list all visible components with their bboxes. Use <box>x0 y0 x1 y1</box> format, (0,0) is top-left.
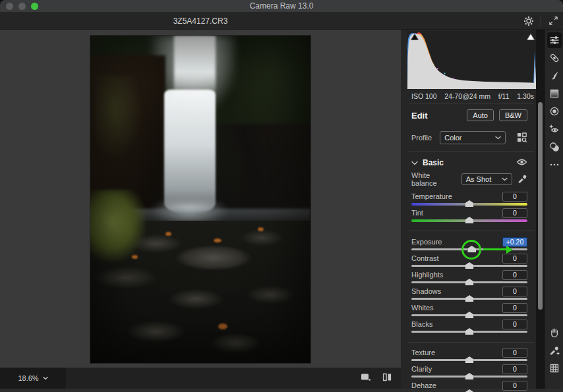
panel-scrollbar-track[interactable] <box>536 30 545 389</box>
exposure-slider-row: Exposure +0.20 <box>411 237 527 253</box>
dehaze-value-field[interactable]: 0 <box>502 381 527 391</box>
zoom-level-control[interactable]: 18.6% <box>0 368 66 389</box>
histogram[interactable] <box>407 31 538 89</box>
healing-brush-tool[interactable] <box>547 53 562 63</box>
whites-value-field[interactable]: 0 <box>502 303 527 313</box>
hand-tool[interactable] <box>547 327 562 338</box>
contrast-label: Contrast <box>411 254 439 262</box>
tint-value-field[interactable]: 0 <box>502 208 527 218</box>
highlights-label: Highlights <box>411 271 443 279</box>
tool-strip <box>545 30 563 389</box>
whites-label: Whites <box>411 304 434 312</box>
basic-section-title[interactable]: Basic <box>423 158 512 167</box>
white-balance-value: As Shot <box>466 175 492 183</box>
single-view-icon[interactable] <box>360 372 371 385</box>
temperature-label: Temperature <box>411 192 452 200</box>
bw-button[interactable]: B&W <box>499 109 527 121</box>
lens-value: 24-70@24 mm <box>444 92 490 100</box>
clarity-value-field[interactable]: 0 <box>502 364 527 374</box>
blacks-value-field[interactable]: 0 <box>502 320 527 329</box>
tutorial-arrow-line <box>483 248 507 251</box>
edit-panel: ISO 100 24-70@24 mm f/11 1.30s Edit Auto… <box>401 30 545 389</box>
profile-dropdown[interactable]: Color <box>440 131 506 144</box>
highlight-clipping-triangle-icon[interactable] <box>526 33 535 41</box>
topbar-divider <box>541 16 541 26</box>
brush-tool[interactable] <box>547 70 562 81</box>
temperature-slider-row: Temperature 0 <box>411 191 527 208</box>
photo-vignette <box>90 36 311 363</box>
divider <box>409 342 534 343</box>
settings-gear-icon[interactable] <box>521 14 536 28</box>
radial-filter-tool[interactable] <box>547 106 562 117</box>
edit-panel-title: Edit <box>411 111 461 121</box>
clarity-slider-row: Clarity 0 <box>411 364 527 380</box>
sampler-eyedropper-tool[interactable] <box>547 345 562 356</box>
shadow-clipping-triangle-icon[interactable] <box>410 33 419 41</box>
shadows-slider-row: Shadows 0 <box>411 286 527 302</box>
tint-slider-row: Tint 0 <box>411 208 527 224</box>
clarity-label: Clarity <box>411 365 432 373</box>
tutorial-arrow-head <box>506 246 513 254</box>
dehaze-slider-row: Dehaze 0 <box>411 380 527 392</box>
highlights-slider-row: Highlights 0 <box>411 269 527 286</box>
profile-value: Color <box>444 134 461 142</box>
red-eye-tool[interactable] <box>547 124 562 134</box>
presets-tool[interactable] <box>547 142 562 152</box>
photo-preview[interactable] <box>90 36 311 363</box>
camera-raw-window: Camera Raw 13.0 3Z5A4127.CR3 <box>0 0 563 392</box>
expand-fullscreen-icon[interactable] <box>546 14 560 28</box>
auto-button[interactable]: Auto <box>467 109 494 121</box>
chevron-down-icon <box>495 136 501 140</box>
before-after-split-icon[interactable] <box>382 372 393 385</box>
shadows-value-field[interactable]: 0 <box>502 287 527 296</box>
chevron-down-icon <box>43 376 48 380</box>
divider <box>409 151 534 152</box>
exif-info-row: ISO 100 24-70@24 mm f/11 1.30s <box>411 92 534 100</box>
zoom-level-value: 18.6% <box>18 374 38 382</box>
white-balance-dropdown[interactable]: As Shot <box>461 173 512 185</box>
blacks-slider-row: Blacks 0 <box>411 319 527 335</box>
basic-visibility-eye-icon[interactable] <box>516 158 527 167</box>
exposure-label: Exposure <box>411 238 442 246</box>
filename-bar: 3Z5A4127.CR3 <box>0 12 563 30</box>
graduated-filter-tool[interactable] <box>547 88 562 99</box>
shadows-label: Shadows <box>411 287 441 295</box>
white-balance-eyedropper-icon[interactable] <box>518 174 527 185</box>
contrast-value-field[interactable]: 0 <box>502 254 527 264</box>
whites-slider-row: Whites 0 <box>411 302 527 319</box>
browse-profiles-icon[interactable] <box>516 132 527 144</box>
histogram-plot <box>407 31 538 89</box>
tint-label: Tint <box>411 209 423 217</box>
divider <box>409 231 534 231</box>
status-bar: 18.6% <box>0 368 401 389</box>
aperture-value: f/11 <box>498 92 510 100</box>
edit-tool-selected[interactable] <box>547 32 562 48</box>
tutorial-highlight-circle <box>461 240 481 260</box>
shutter-value: 1.30s <box>517 92 534 100</box>
image-canvas <box>0 30 401 368</box>
temperature-value-field[interactable]: 0 <box>502 192 527 202</box>
divider <box>409 103 534 103</box>
dehaze-label: Dehaze <box>411 381 436 389</box>
texture-value-field[interactable]: 0 <box>502 348 527 358</box>
grid-overlay-tool[interactable] <box>547 363 562 374</box>
filename-label: 3Z5A4127.CR3 <box>0 12 401 30</box>
blacks-label: Blacks <box>411 320 432 328</box>
texture-slider-row: Texture 0 <box>411 347 527 364</box>
section-chevron-down-icon[interactable] <box>411 161 418 165</box>
chevron-down-icon <box>502 177 508 181</box>
highlights-value-field[interactable]: 0 <box>502 270 527 280</box>
profile-label: Profile <box>411 134 432 142</box>
white-balance-label: White balance <box>411 171 451 187</box>
texture-label: Texture <box>411 349 435 356</box>
iso-value: ISO 100 <box>411 92 437 100</box>
window-title: Camera Raw 13.0 <box>0 1 563 11</box>
more-tools-ellipsis[interactable] <box>547 159 562 170</box>
panel-scrollbar-thumb[interactable] <box>538 102 543 310</box>
titlebar: Camera Raw 13.0 <box>0 0 563 12</box>
